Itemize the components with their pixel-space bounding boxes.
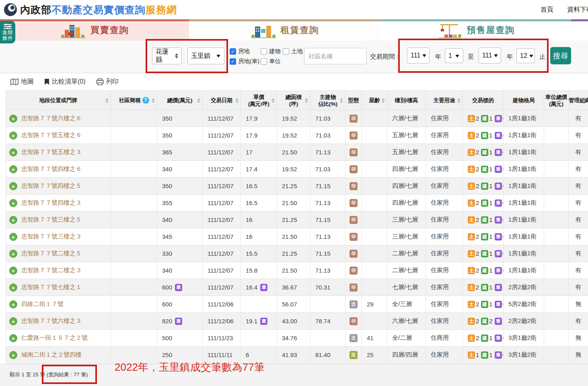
- column-header-2[interactable]: 社區簡稱?: [111, 91, 157, 110]
- tab-presale-query[interactable]: 預售屋查詢: [380, 19, 571, 41]
- checkbox-建物[interactable]: 建物: [261, 47, 281, 55]
- expand-plus-icon[interactable]: +: [9, 317, 17, 325]
- cell-date: 111/12/07: [203, 178, 241, 195]
- community-name-input[interactable]: [304, 48, 367, 64]
- address-link[interactable]: 忠智路７７號五樓之３: [21, 148, 82, 156]
- expand-plus-icon[interactable]: +: [9, 233, 17, 241]
- layout-value: 1房1廳1衛: [504, 131, 544, 139]
- search-button[interactable]: 搜尋: [550, 47, 571, 64]
- expand-plus-icon[interactable]: +: [9, 250, 17, 258]
- address-link[interactable]: 城南二街１之２號四樓: [21, 351, 82, 359]
- building-badge: 建: [481, 132, 488, 139]
- column-header-7[interactable]: 主建物佔比(%): [310, 91, 345, 110]
- month-to-select[interactable]: 12 ▼: [516, 48, 535, 63]
- expand-plus-icon[interactable]: +: [9, 267, 17, 275]
- sort-icon[interactable]: [457, 98, 461, 103]
- address-link[interactable]: 忠智路７７號六樓之６: [21, 115, 82, 122]
- address-link[interactable]: 忠智路７７號四樓之３: [21, 199, 82, 207]
- advanced-conditions-label: 進階條件: [2, 30, 13, 41]
- cell-building-type: 華: [345, 279, 362, 296]
- expand-plus-icon[interactable]: +: [9, 165, 17, 173]
- address-link[interactable]: 忠智路７７號五樓之６: [21, 131, 82, 139]
- building-count: 1: [489, 132, 492, 139]
- month-from-select[interactable]: 1 ▼: [445, 48, 463, 63]
- help-icon[interactable]: ?: [142, 97, 149, 104]
- cell-age: [362, 313, 387, 330]
- checkbox-房地(車)[interactable]: ✓房地(車): [230, 57, 259, 65]
- column-header-12[interactable]: 交易標的: [463, 91, 504, 110]
- checkbox-房地[interactable]: ✓房地: [230, 47, 250, 55]
- column-header-4[interactable]: 交易日期: [203, 91, 241, 110]
- floor-value: 五層/七層: [387, 148, 426, 156]
- nav-home-link[interactable]: 首頁: [541, 6, 553, 14]
- sort-icon[interactable]: [382, 98, 385, 103]
- sort-icon[interactable]: [105, 98, 109, 103]
- sort-icon[interactable]: [197, 98, 200, 103]
- address-link[interactable]: 忠智路７７號七樓之１: [21, 283, 82, 291]
- column-header-6[interactable]: 總面積(坪): [277, 91, 310, 110]
- checkbox-checked-icon[interactable]: ✓: [230, 58, 236, 65]
- sort-icon[interactable]: [235, 98, 238, 103]
- expand-plus-icon[interactable]: +: [9, 182, 17, 190]
- expand-plus-icon[interactable]: +: [9, 148, 17, 156]
- column-header-15[interactable]: 管理組織: [569, 91, 588, 110]
- sort-icon[interactable]: [305, 98, 308, 103]
- ratio-value: 71.13: [310, 233, 345, 240]
- column-header-8[interactable]: 型態: [345, 91, 362, 110]
- sort-icon[interactable]: [152, 98, 155, 103]
- county-select[interactable]: 花蓮縣: [152, 47, 182, 64]
- column-header-5[interactable]: 單價(萬元/坪): [241, 91, 277, 110]
- address-link[interactable]: 忠智路７７號四樓之６: [21, 165, 82, 173]
- checkbox-checked-icon[interactable]: ✓: [230, 48, 236, 55]
- address-link[interactable]: 仁愛路一段１５７之２號: [21, 334, 88, 342]
- expand-plus-icon[interactable]: +: [9, 283, 17, 292]
- address-link[interactable]: 忠智路７７號二樓之３: [21, 267, 82, 274]
- column-header-14[interactable]: 車位總價(萬元): [544, 91, 569, 110]
- address-link[interactable]: 四維二街１７號: [21, 300, 64, 308]
- checkbox-土地[interactable]: 土地: [283, 47, 303, 55]
- year-from-select[interactable]: 111 ▼: [407, 47, 430, 64]
- checkbox-車位[interactable]: 車位: [261, 57, 281, 65]
- land-badge: 土: [468, 183, 475, 190]
- district-select[interactable]: 玉里鎮 ▼: [187, 47, 224, 64]
- cell-date: 111/12/07: [203, 262, 241, 279]
- expand-plus-icon[interactable]: +: [9, 131, 17, 140]
- address-link[interactable]: 忠智路７７號三樓之３: [21, 233, 82, 240]
- address-link[interactable]: 忠智路７７號三樓之５: [21, 216, 82, 224]
- expand-plus-icon[interactable]: +: [9, 300, 17, 308]
- tab-sale-query[interactable]: 買賣查詢: [0, 19, 189, 41]
- print-button[interactable]: 列印: [96, 78, 119, 86]
- column-header-13[interactable]: 建物格局: [504, 91, 544, 110]
- sort-icon[interactable]: [271, 98, 275, 103]
- column-header-10[interactable]: 樓別/樓高: [387, 91, 426, 110]
- checkbox-unchecked-icon[interactable]: [261, 58, 267, 65]
- nav-download-link[interactable]: 資料下載及釋例: [567, 6, 588, 14]
- checkbox-unchecked-icon[interactable]: [283, 48, 289, 55]
- address-link[interactable]: 忠智路７７號六樓之３: [21, 317, 82, 325]
- year-to-select[interactable]: 111 ▼: [479, 47, 501, 64]
- map-button[interactable]: 地圖: [10, 78, 34, 86]
- usage-value: 住家用: [426, 300, 463, 308]
- address-link[interactable]: 忠智路７７號二樓之５: [21, 250, 82, 257]
- expand-plus-icon[interactable]: +: [9, 216, 17, 224]
- address-link[interactable]: 忠智路７７號四樓之５: [21, 182, 82, 190]
- table-row: +忠智路７７號五樓之６350111/12/0717.919.5271.03華五層…: [6, 127, 588, 144]
- expand-plus-icon[interactable]: +: [9, 115, 17, 123]
- column-header-label: 交易標的: [463, 97, 503, 104]
- column-header-9[interactable]: 屋齡: [362, 91, 387, 110]
- checkbox-unchecked-icon[interactable]: [261, 48, 267, 55]
- column-header-1[interactable]: 地段位置或門牌: [6, 91, 111, 110]
- sort-icon[interactable]: [340, 98, 343, 103]
- expand-plus-icon[interactable]: +: [9, 334, 17, 342]
- site-logo[interactable]: 內政部不動產交易實價查詢服務網: [3, 2, 177, 17]
- expand-plus-icon[interactable]: +: [9, 199, 17, 207]
- land-badge: 土: [468, 149, 475, 156]
- compare-list-button[interactable]: 比較清單(0): [44, 78, 86, 86]
- expand-plus-icon[interactable]: +: [9, 351, 17, 359]
- advanced-conditions-button[interactable]: 進階條件: [0, 21, 15, 43]
- column-header-3[interactable]: 總價(萬元): [157, 91, 203, 110]
- tab-rent-query[interactable]: 租賃查詢: [189, 19, 380, 41]
- car-parking-badge: 車: [260, 284, 267, 291]
- floor-value: 二層/七層: [387, 250, 426, 257]
- column-header-11[interactable]: 主要用途: [426, 91, 463, 110]
